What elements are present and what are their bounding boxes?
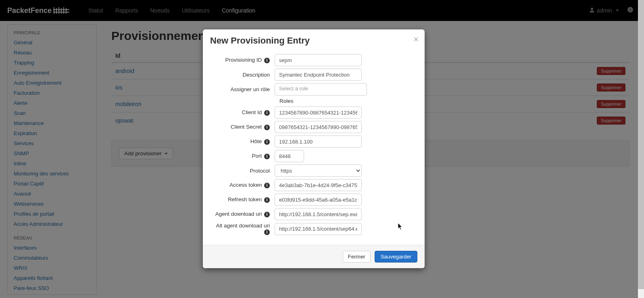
client-secret-input[interactable] [275, 121, 362, 133]
host-input[interactable] [275, 135, 362, 148]
agent-uri-input[interactable] [275, 208, 362, 220]
role-select[interactable]: Select a role [275, 83, 367, 96]
save-button[interactable]: Sauvegarder [375, 251, 417, 263]
label-access-token: Access token i [210, 182, 275, 188]
info-icon[interactable]: i [264, 183, 270, 188]
refresh-token-input[interactable] [275, 194, 362, 206]
label-provisioning-id: Provisioning ID i [210, 57, 275, 63]
provisioning-id-input[interactable] [275, 54, 362, 66]
label-client-secret: Client Secret i [210, 124, 275, 130]
info-icon[interactable]: i [264, 154, 270, 159]
label-client-id: Client Id i [210, 109, 275, 116]
label-assign-role: Assigner un rôle [210, 86, 275, 92]
alt-agent-uri-input[interactable] [275, 223, 362, 235]
info-icon[interactable]: i [264, 212, 270, 217]
label-agent-uri: Agent download uri i [210, 211, 275, 217]
description-input[interactable] [275, 69, 362, 81]
protocol-select[interactable]: https [275, 165, 362, 177]
info-icon[interactable]: i [264, 229, 270, 235]
label-protocol: Protocol [210, 168, 275, 174]
info-icon[interactable]: i [264, 110, 270, 116]
port-input[interactable] [275, 150, 304, 162]
modal-title: New Provisioning Entry [210, 35, 417, 46]
roles-caption: Roles [279, 98, 417, 104]
info-icon[interactable]: i [264, 58, 270, 63]
label-refresh-token: Refresh token i [210, 196, 275, 203]
client-id-input[interactable] [275, 106, 362, 119]
scrollbar-thumb[interactable] [638, 0, 644, 289]
label-description: Description [210, 72, 275, 78]
modal-close-button[interactable]: × [413, 34, 419, 45]
access-token-input[interactable] [275, 179, 362, 191]
label-port: Port i [210, 153, 275, 159]
close-button[interactable]: Fermer [343, 251, 371, 263]
info-icon[interactable]: i [264, 125, 270, 130]
label-host: Hôte i [210, 138, 275, 145]
label-alt-agent-uri: Alt agent download uri i [210, 223, 275, 235]
info-icon[interactable]: i [264, 139, 270, 145]
info-icon[interactable]: i [264, 197, 270, 203]
provisioning-modal: New Provisioning Entry × Provisioning ID… [203, 29, 425, 268]
